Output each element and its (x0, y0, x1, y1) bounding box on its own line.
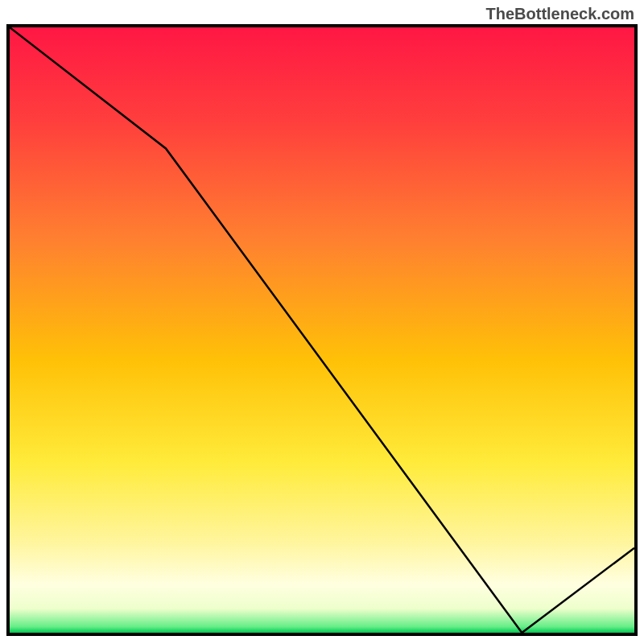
attribution-text: TheBottleneck.com (486, 5, 634, 23)
svg-rect-0 (10, 27, 634, 633)
plot-frame (6, 24, 638, 636)
chart-container: TheBottleneck.com (0, 0, 644, 644)
gradient-background (10, 27, 634, 633)
